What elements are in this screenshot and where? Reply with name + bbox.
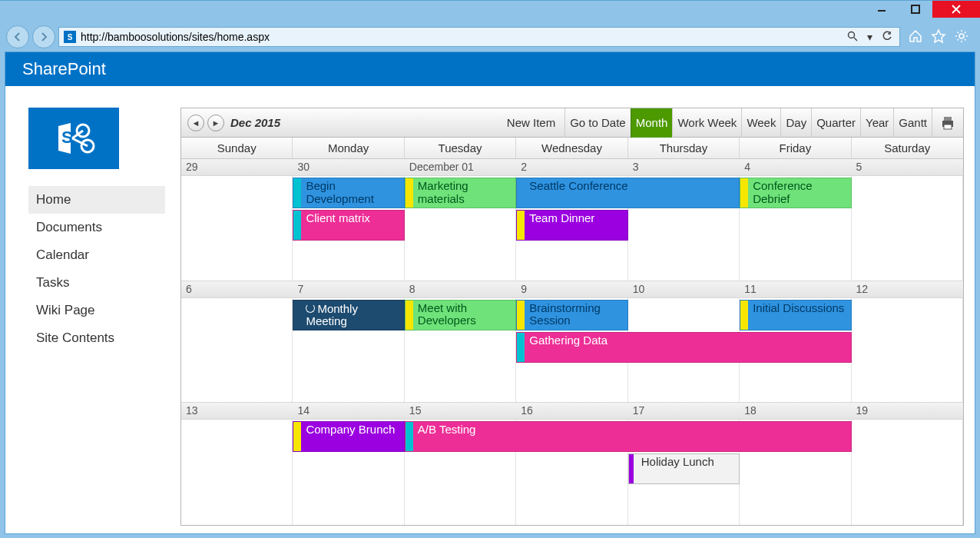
home-icon[interactable] [908, 28, 923, 46]
event-label: Company Brunch [306, 423, 395, 437]
calendar-event[interactable]: Meet with Developers [405, 300, 516, 330]
calendar-event[interactable]: Seattle Conference [516, 178, 740, 208]
favorites-icon[interactable] [931, 28, 946, 46]
view-quarter-button[interactable]: Quarter [811, 108, 860, 138]
event-label: Client matrix [306, 212, 369, 225]
event-label: Monthly Meeting [306, 302, 399, 328]
calendar-event[interactable]: Brainstorming Session [516, 300, 627, 330]
prev-month-button[interactable]: ◄ [187, 115, 204, 131]
view-work-week-button[interactable]: Work Week [672, 108, 741, 138]
sharepoint-favicon-icon: S [64, 31, 76, 43]
sharepoint-logo-icon: S [28, 108, 119, 169]
calendar-event[interactable]: Client matrix [293, 210, 404, 241]
svg-rect-1 [912, 5, 919, 13]
event-label: Team Dinner [529, 212, 594, 225]
event-label: Holiday Lunch [641, 456, 714, 469]
refresh-icon[interactable] [879, 31, 895, 44]
calendar-event[interactable]: Marketing materials [405, 178, 516, 208]
svg-rect-12 [944, 125, 952, 129]
event-label: Brainstorming Session [529, 302, 622, 327]
calendar-panel: ◄ ► Dec 2015 New Item Go to DateMonthWor… [180, 108, 964, 526]
day-header: Tuesday [405, 138, 516, 158]
event-label: Marketing materials [418, 180, 511, 205]
day-header: Wednesday [516, 138, 627, 158]
forward-button[interactable] [32, 25, 55, 48]
calendar-event[interactable]: Holiday Lunch [628, 453, 740, 484]
settings-icon[interactable] [954, 28, 969, 46]
calendar-event[interactable]: Team Dinner [516, 210, 627, 241]
close-button[interactable] [932, 1, 980, 18]
page-content: SharePoint S HomeDocumentsCalendarTasksW… [5, 51, 975, 534]
sidebar-item-wiki-page[interactable]: Wiki Page [28, 297, 165, 324]
view-year-button[interactable]: Year [860, 108, 893, 138]
day-header: Saturday [852, 138, 963, 158]
sidebar-item-documents[interactable]: Documents [28, 214, 165, 241]
search-icon[interactable] [845, 31, 860, 44]
day-header: Monday [293, 138, 404, 158]
svg-point-4 [849, 32, 855, 38]
day-headers: SundayMondayTuesdayWednesdayThursdayFrid… [181, 138, 963, 159]
address-text: http://bamboosolutions/sites/home.aspx [81, 31, 270, 43]
view-day-button[interactable]: Day [780, 108, 811, 138]
recurring-icon [306, 304, 315, 313]
new-item-button[interactable]: New Item [498, 108, 564, 138]
app-title: SharePoint [22, 59, 106, 79]
day-header: Thursday [628, 138, 740, 158]
calendar-event[interactable]: Monthly Meeting [293, 300, 404, 330]
event-label: A/B Testing [418, 423, 476, 437]
maximize-button[interactable] [899, 1, 932, 18]
calendar-event[interactable]: A/B Testing [405, 421, 852, 452]
calendar-event[interactable]: Begin Development [293, 178, 404, 208]
view-week-button[interactable]: Week [741, 108, 780, 138]
next-month-button[interactable]: ► [207, 115, 224, 131]
view-month-button[interactable]: Month [631, 108, 673, 138]
back-button[interactable] [6, 25, 29, 48]
event-label: Meet with Developers [418, 302, 511, 327]
sidebar-item-site-contents[interactable]: Site Contents [28, 324, 165, 352]
print-button[interactable] [932, 108, 963, 138]
address-bar[interactable]: S http://bamboosolutions/sites/home.aspx… [58, 27, 900, 47]
svg-point-6 [959, 34, 964, 38]
svg-line-5 [854, 38, 857, 41]
minimize-button[interactable] [865, 1, 899, 18]
event-label: Seattle Conference [529, 180, 627, 193]
left-sidebar: S HomeDocumentsCalendarTasksWiki PageSit… [28, 108, 165, 526]
day-header: Sunday [181, 138, 293, 158]
calendar-week: 6789101112Monthly MeetingMeet with Devel… [181, 281, 963, 404]
search-dropdown-icon[interactable]: ▾ [865, 31, 875, 43]
calendar-week: 2930December 012345Begin DevelopmentMark… [181, 159, 963, 281]
calendar-event[interactable]: Company Brunch [293, 421, 404, 452]
calendar-title: Dec 2015 [227, 116, 280, 129]
calendar-event[interactable]: Conference Debrief [740, 178, 851, 208]
sidebar-item-tasks[interactable]: Tasks [28, 269, 165, 297]
svg-text:S: S [61, 128, 73, 147]
event-label: Conference Debrief [753, 180, 846, 205]
calendar-body: 2930December 012345Begin DevelopmentMark… [181, 159, 963, 525]
sharepoint-header: SharePoint [5, 52, 975, 86]
event-label: Begin Development [306, 180, 399, 205]
calendar-week: 13141516171819Company BrunchA/B TestingH… [181, 403, 963, 525]
sidebar-item-home[interactable]: Home [28, 186, 165, 214]
svg-rect-11 [944, 117, 952, 121]
day-header: Friday [740, 138, 851, 158]
calendar-toolbar: ◄ ► Dec 2015 New Item Go to DateMonthWor… [181, 108, 963, 138]
window-titlebar [0, 1, 980, 22]
event-label: Initial Discussions [753, 302, 844, 315]
browser-toolbar: S http://bamboosolutions/sites/home.aspx… [0, 22, 980, 51]
calendar-event[interactable]: Initial Discussions [740, 300, 851, 330]
view-go-to-date-button[interactable]: Go to Date [564, 108, 631, 138]
view-gantt-button[interactable]: Gantt [893, 108, 932, 138]
sidebar-item-calendar[interactable]: Calendar [28, 241, 165, 269]
calendar-event[interactable]: Gathering Data [516, 332, 851, 363]
event-label: Gathering Data [529, 334, 608, 347]
